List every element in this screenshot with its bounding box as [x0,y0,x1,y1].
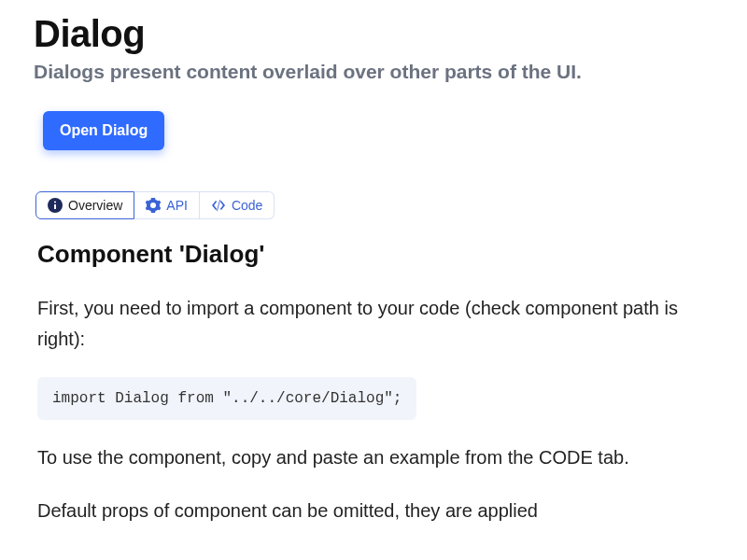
tabs: Overview API Code [35,191,275,219]
page-subtitle: Dialogs present content overlaid over ot… [34,61,713,83]
tab-code[interactable]: Code [200,191,275,219]
section-title: Component 'Dialog' [37,240,713,269]
page-title: Dialog [34,13,713,55]
svg-rect-2 [54,202,56,203]
gear-icon [146,198,161,213]
svg-rect-1 [54,204,56,209]
tab-overview[interactable]: Overview [35,191,134,219]
tab-api[interactable]: API [134,191,200,219]
code-icon [211,198,226,213]
tab-label: Code [232,198,262,213]
truncated-text: Default props of component can be omitte… [37,496,710,526]
demo-area: Open Dialog [34,111,713,150]
intro-text: First, you need to import a component to… [37,293,710,355]
tab-label: API [166,198,188,213]
tab-label: Overview [68,198,122,213]
open-dialog-button[interactable]: Open Dialog [43,111,164,150]
usage-text: To use the component, copy and paste an … [37,442,710,473]
import-code-block: import Dialog from "../../core/Dialog"; [37,377,416,420]
info-icon [48,198,63,213]
